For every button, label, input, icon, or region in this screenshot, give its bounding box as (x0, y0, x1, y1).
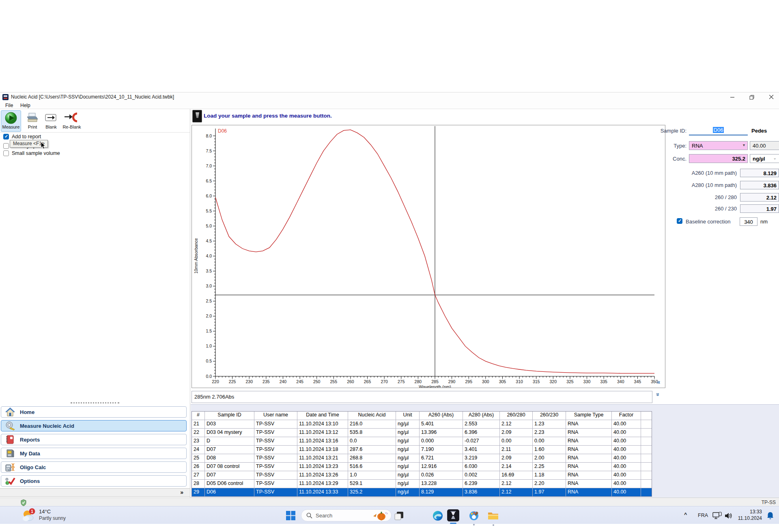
column-header: A260 (Abs) (420, 412, 463, 420)
search-box[interactable]: Search (301, 509, 392, 521)
tray-overflow-chevron[interactable]: ^ (684, 512, 687, 517)
language-indicator[interactable]: FRA (698, 513, 708, 518)
column-header: Date and Time (297, 412, 348, 420)
checkbox-small-sample-volume[interactable]: Small sample volume (3, 150, 60, 156)
table-cell: 8.129 (420, 488, 463, 496)
svg-text:335: 335 (600, 379, 607, 384)
table-cell: 7.190 (420, 446, 463, 454)
weather-widget[interactable]: 1 14°C Partly sunny (21, 508, 90, 523)
windows-taskbar: 1 14°C Partly sunny Search (0, 506, 779, 524)
table-cell: 6.239 (463, 480, 500, 488)
a280-value: 3.836 (740, 181, 779, 189)
edge-browser-button[interactable] (433, 511, 443, 521)
svg-text:310: 310 (516, 379, 523, 384)
menu-help[interactable]: Help (20, 103, 30, 108)
table-cell: 40.00 (612, 446, 641, 454)
reblank-label: Re-Blank (62, 124, 81, 129)
checkbox-box[interactable] (3, 134, 9, 139)
table-cell: RNA (566, 463, 612, 471)
table-cell: ng/µl (396, 429, 420, 437)
svg-text:315: 315 (533, 379, 540, 384)
clock[interactable]: 13:33 11.10.2024 (733, 508, 762, 521)
svg-text:220: 220 (212, 379, 219, 384)
sidebar-item-reports[interactable]: Reports (1, 434, 187, 445)
type-select[interactable]: RNA▾ (689, 141, 748, 150)
table-cell: TP-SSV (254, 488, 297, 496)
task-view-button[interactable] (394, 511, 404, 520)
baseline-label: Baseline correction (686, 219, 731, 225)
chart-collapse-icon[interactable]: « (657, 378, 660, 385)
table-cell: TP-SSV (254, 437, 297, 445)
table-cell: 0.002 (463, 471, 500, 479)
table-row[interactable]: 23DTP-SSV11.10.2024 13:160.0ng/µl0.000-0… (192, 437, 652, 445)
measure-button[interactable]: Measure (1, 110, 21, 132)
table-row[interactable]: 29D06TP-SSV11.10.2024 13:33325.2ng/µl8.1… (192, 488, 652, 496)
collapse-chevron-icon[interactable]: » (180, 489, 183, 496)
checkbox-box[interactable] (3, 143, 9, 149)
table-row[interactable]: 22D03 04 mysteryTP-SSV11.10.2024 13:1253… (192, 428, 652, 437)
table-cell: TP-SSV (254, 480, 297, 488)
sidebar-item-home[interactable]: Home (1, 406, 187, 418)
table-cell: RNA (566, 480, 612, 488)
table-row[interactable]: 21D03TP-SSV11.10.2024 13:10216.0ng/µl5.4… (192, 420, 652, 428)
blank-button[interactable]: Blank (42, 110, 60, 132)
table-header-row: #Sample IDUser nameDate and TimeNucleic … (192, 412, 652, 420)
table-cell: 11.10.2024 13:12 (297, 429, 348, 437)
restore-button[interactable] (746, 92, 758, 102)
table-cell: 26 (192, 463, 205, 471)
sidebar-item-options[interactable]: Options (1, 475, 187, 487)
notification-bell-icon[interactable] (767, 512, 774, 519)
results-table: #Sample IDUser nameDate and TimeNucleic … (192, 411, 652, 497)
conc-unit-select[interactable]: ng/µl⌄ (750, 154, 779, 163)
table-cell: 40.00 (612, 471, 641, 479)
table-cell: TP-SSV (254, 454, 297, 462)
sidebar-item-label: Options (20, 478, 40, 484)
reblank-button[interactable]: Re-Blank (61, 110, 83, 132)
sidebar-item-my-data[interactable]: My Data (1, 448, 187, 459)
paint-app-button[interactable] (469, 511, 479, 521)
readout-expand-icon[interactable]: » (655, 393, 661, 396)
table-row[interactable]: 24D07TP-SSV11.10.2024 13:18287.6ng/µl7.1… (192, 445, 652, 454)
options-icon (5, 476, 15, 486)
blank-label: Blank (45, 124, 57, 129)
table-cell: TP-SSV (254, 471, 297, 479)
sidebar-item-label: Reports (20, 437, 40, 443)
table-row[interactable]: 25D08TP-SSV11.10.2024 13:21268.8ng/µl6.7… (192, 454, 652, 462)
nav-collapse-strip[interactable]: » (0, 488, 190, 497)
nucleic-acid-app-icon (447, 509, 459, 521)
table-row[interactable]: 27D07TP-SSV11.10.2024 13:261.0ng/µl0.026… (192, 471, 652, 479)
table-cell: 2.09 (500, 429, 533, 437)
menu-file[interactable]: File (5, 103, 13, 108)
nucleic-acid-app-button[interactable] (447, 509, 459, 521)
baseline-wavelength-input[interactable]: 340 (740, 217, 757, 226)
sample-id-input[interactable]: D06 (689, 126, 748, 135)
checkbox-box[interactable] (3, 150, 9, 156)
checkbox-add-to-report[interactable]: Add to report (3, 134, 41, 139)
minimize-button[interactable] (726, 92, 738, 102)
svg-text:300: 300 (482, 379, 489, 384)
app-content: Measure Print Blank (0, 109, 779, 498)
table-cell: 6.721 (420, 454, 463, 462)
nav-splitter-handle[interactable] (71, 402, 119, 403)
table-cell: 0.00 (533, 437, 566, 445)
close-button[interactable] (765, 92, 777, 102)
column-header: A280 (Abs) (463, 412, 500, 420)
table-cell: 2.553 (463, 420, 500, 428)
sidebar-item-measure-nucleic-acid[interactable]: Measure Nucleic Acid (1, 420, 187, 431)
file-explorer-button[interactable] (488, 511, 499, 520)
table-cell: 40.00 (612, 463, 641, 471)
start-button[interactable] (286, 511, 296, 521)
table-cell: -0.027 (463, 437, 500, 445)
svg-text:0.5: 0.5 (206, 358, 212, 363)
row-filler (641, 412, 652, 420)
table-cell: ng/µl (396, 454, 420, 462)
table-row[interactable]: 28D05 D06 controlTP-SSV11.10.2024 13:295… (192, 479, 652, 488)
table-cell: 2.25 (533, 463, 566, 471)
print-button[interactable]: Print (24, 110, 41, 132)
speaker-icon[interactable] (725, 512, 733, 519)
sidebar-item-oligo-calc[interactable]: Oligo Calc (1, 461, 187, 473)
baseline-checkbox[interactable] (677, 218, 682, 224)
table-row[interactable]: 26D07 08 controlTP-SSV11.10.2024 13:2351… (192, 462, 652, 471)
sidebar-item-label: Home (20, 409, 34, 415)
folder-icon (488, 511, 499, 520)
